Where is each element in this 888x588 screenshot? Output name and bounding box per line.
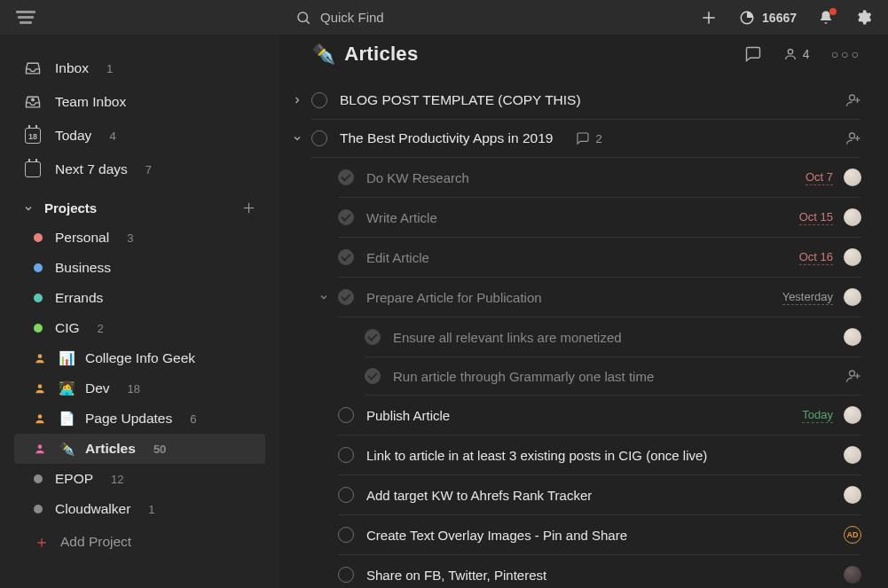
task-title: Publish Article (366, 408, 450, 423)
assignee-avatar[interactable] (844, 328, 861, 346)
project-color-dot (34, 474, 43, 483)
task-row[interactable]: Run article through Grammarly one last t… (365, 357, 861, 396)
sidebar-project-item[interactable]: Errands (14, 283, 265, 313)
sidebar-item-count: 1 (106, 62, 113, 75)
project-emoji: ✒️ (59, 441, 73, 457)
task-row[interactable]: Add target KW to Ahrefs Rank Tracker (338, 475, 861, 515)
assignee-avatar[interactable] (844, 248, 861, 266)
assign-person-icon[interactable] (845, 92, 861, 108)
sidebar-project-item[interactable]: Personal3 (14, 223, 265, 253)
app-logo[interactable] (16, 8, 35, 27)
assignee-avatar[interactable]: AD (844, 526, 861, 544)
task-checkbox[interactable] (365, 329, 381, 345)
projects-section-header[interactable]: Projects (14, 186, 265, 223)
task-checkbox[interactable] (338, 209, 354, 225)
karma-score[interactable]: 16667 (739, 10, 797, 26)
task-checkbox[interactable] (338, 447, 354, 463)
quick-add-button[interactable] (700, 9, 718, 27)
assign-person-icon[interactable] (845, 130, 861, 146)
sidebar-nav-next7days[interactable]: Next 7 days 7 (14, 153, 265, 186)
search-input[interactable] (320, 10, 498, 25)
gear-icon (855, 9, 872, 26)
sidebar-project-item[interactable]: CIG2 (14, 313, 265, 343)
sidebar-project-item[interactable]: EPOP12 (14, 464, 265, 494)
sidebar-nav-today[interactable]: 18 Today 4 (14, 119, 265, 153)
task-due-date[interactable]: Oct 16 (799, 250, 833, 265)
task-row[interactable]: Ensure all relevant links are monetized (365, 318, 861, 357)
task-due-date[interactable]: Yesterday (782, 290, 833, 305)
project-label: Errands (55, 290, 103, 306)
task-row[interactable]: Link to article in at least 3 existing p… (338, 435, 861, 475)
task-checkbox[interactable] (338, 169, 354, 185)
chevron-right-icon[interactable] (292, 95, 303, 106)
task-title: Edit Article (366, 250, 429, 265)
task-list: BLOG POST TEMPLATE (COPY THIS)The Best P… (311, 82, 861, 588)
quick-find[interactable] (295, 10, 498, 26)
svg-point-10 (38, 414, 43, 419)
sidebar-project-item[interactable]: Business (14, 253, 265, 283)
karma-points: 16667 (762, 11, 797, 25)
task-checkbox[interactable] (338, 487, 354, 503)
task-checkbox[interactable] (311, 130, 327, 146)
task-title: BLOG POST TEMPLATE (COPY THIS) (340, 92, 581, 108)
project-label: Dev (85, 380, 110, 396)
assignee-avatar[interactable] (844, 208, 861, 226)
sidebar-item-label: Team Inbox (55, 94, 126, 110)
assignee-avatar[interactable] (844, 566, 861, 584)
task-row[interactable]: Do KW ResearchOct 7 (338, 158, 861, 198)
task-checkbox[interactable] (338, 527, 354, 543)
share-button[interactable]: 4 (783, 47, 810, 61)
sidebar-nav-inbox[interactable]: Inbox 1 (14, 51, 265, 85)
task-checkbox[interactable] (365, 368, 381, 384)
svg-point-0 (298, 12, 308, 22)
comments-button[interactable] (744, 45, 762, 63)
sidebar-project-item[interactable]: ✒️Articles50 (14, 434, 265, 464)
svg-point-16 (850, 133, 855, 138)
task-row[interactable]: Create Text Overlay Images - Pin and Sha… (338, 515, 861, 555)
task-checkbox[interactable] (311, 92, 327, 108)
task-checkbox[interactable] (338, 249, 354, 265)
add-project-row[interactable]: ＋ Add Project (14, 524, 265, 560)
add-project-icon[interactable] (241, 200, 256, 216)
task-row[interactable]: BLOG POST TEMPLATE (COPY THIS) (311, 82, 861, 120)
plus-icon (700, 9, 718, 27)
person-icon (34, 382, 46, 395)
task-due-date[interactable]: Today (802, 408, 833, 423)
task-checkbox[interactable] (338, 567, 354, 583)
task-checkbox[interactable] (338, 407, 354, 423)
project-emoji: 👩‍💻 (59, 380, 73, 396)
assignee-avatar[interactable] (844, 446, 861, 464)
chevron-down-icon[interactable] (292, 133, 303, 144)
project-color-dot (34, 263, 43, 272)
task-row[interactable]: Publish ArticleToday (338, 396, 861, 435)
task-row[interactable]: The Best Productivity Apps in 20192 (311, 120, 861, 158)
project-count: 3 (127, 231, 133, 245)
task-comments[interactable]: 2 (576, 131, 601, 145)
assignee-avatar[interactable] (844, 288, 861, 306)
task-row[interactable]: Write ArticleOct 15 (338, 198, 861, 238)
assignee-avatar[interactable] (844, 406, 861, 424)
sidebar-project-item[interactable]: 📄Page Updates6 (14, 404, 265, 434)
chevron-down-icon[interactable] (318, 292, 329, 302)
task-row[interactable]: Edit ArticleOct 16 (338, 238, 861, 278)
more-options-button[interactable]: ○○○ (831, 47, 861, 61)
task-row[interactable]: Share on FB, Twitter, Pinterest (338, 555, 861, 588)
sidebar-nav-team-inbox[interactable]: Team Inbox (14, 85, 265, 119)
person-icon (34, 352, 46, 365)
task-due-date[interactable]: Oct 7 (805, 170, 833, 185)
sidebar-project-item[interactable]: Cloudwalker1 (14, 494, 265, 524)
assign-person-icon[interactable] (845, 368, 861, 384)
page-title: Articles (344, 43, 418, 66)
projects-header-label: Projects (44, 200, 97, 216)
svg-point-19 (850, 371, 855, 376)
settings-button[interactable] (855, 9, 872, 26)
task-checkbox[interactable] (338, 289, 354, 305)
notifications-button[interactable] (818, 10, 834, 26)
chevron-down-icon (23, 203, 34, 214)
task-row[interactable]: Prepare Article for PublicationYesterday (338, 278, 861, 318)
task-due-date[interactable]: Oct 15 (799, 210, 833, 225)
sidebar-project-item[interactable]: 👩‍💻Dev18 (14, 373, 265, 404)
assignee-avatar[interactable] (844, 169, 861, 186)
sidebar-project-item[interactable]: 📊College Info Geek (14, 343, 265, 373)
assignee-avatar[interactable] (844, 486, 861, 504)
